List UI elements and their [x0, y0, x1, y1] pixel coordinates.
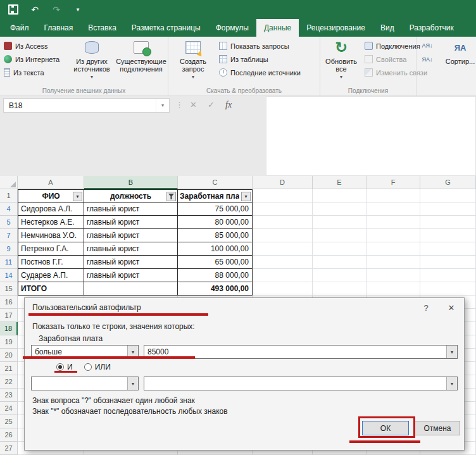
row-header-14[interactable]: 14 — [0, 269, 18, 282]
cell-b11[interactable]: главный юрист — [84, 256, 178, 269]
filter-dropdown-button[interactable]: ▾ — [73, 192, 82, 201]
cell-d15[interactable] — [253, 282, 313, 296]
cell-g15[interactable] — [420, 282, 476, 296]
cell-f11[interactable] — [366, 256, 420, 269]
tab-page-layout[interactable]: Разметка страницы — [124, 19, 208, 37]
tab-developer[interactable]: Разработчик — [402, 19, 461, 37]
cell-b5[interactable]: главный юрист — [84, 216, 178, 229]
cell-c7[interactable]: 85 000,00 — [178, 229, 253, 242]
formula-input[interactable] — [266, 96, 476, 176]
sort-button[interactable]: ЯА Сортир... — [438, 39, 476, 84]
tab-data[interactable]: Данные — [256, 19, 299, 37]
cell-d11[interactable] — [253, 256, 313, 269]
cell-a5[interactable]: Нестерков А.Е. — [18, 216, 84, 229]
sort-descending-button[interactable]: ЯА↓ — [419, 53, 435, 65]
row-header-26[interactable]: 26 — [0, 428, 18, 442]
tab-view[interactable]: Вид — [373, 19, 402, 37]
column-header-a[interactable]: A — [18, 176, 84, 189]
row-header-9[interactable]: 9 — [0, 242, 18, 256]
cell-f4[interactable] — [366, 203, 420, 216]
column-header-d[interactable]: D — [253, 176, 313, 189]
cell-g11[interactable] — [420, 256, 476, 269]
sort-ascending-button[interactable]: АЯ↓ — [419, 39, 435, 51]
formula-bar-splitter-icon[interactable]: ⋮ — [175, 100, 184, 109]
cell-f9[interactable] — [366, 242, 420, 256]
cell-f5[interactable] — [366, 216, 420, 229]
cell-f7[interactable] — [366, 229, 420, 242]
cell-c4[interactable]: 75 000,00 — [178, 203, 253, 216]
name-box[interactable]: B18 ▾ — [3, 98, 170, 113]
cell-e7[interactable] — [313, 229, 366, 242]
column-header-g[interactable]: G — [420, 176, 476, 189]
operator2-dropdown-icon[interactable]: ▾ — [127, 377, 138, 390]
cell-c14[interactable]: 88 000,00 — [178, 269, 253, 282]
row-header-20[interactable]: 20 — [0, 349, 18, 362]
cell-e15[interactable] — [313, 282, 366, 296]
cell-e11[interactable] — [313, 256, 366, 269]
cell-d9[interactable] — [253, 242, 313, 256]
row-header-23[interactable]: 23 — [0, 389, 18, 402]
cell-d7[interactable] — [253, 229, 313, 242]
row-header-25[interactable]: 25 — [0, 415, 18, 428]
tab-formulas[interactable]: Формулы — [208, 19, 256, 37]
cell-c11[interactable]: 65 000,00 — [178, 256, 253, 269]
new-query-button[interactable]: Создать запрос ▾ — [172, 39, 214, 84]
cell-a1[interactable]: ФИО▾ — [18, 189, 84, 203]
refresh-all-button[interactable]: ↻ Обновить все ▾ — [322, 39, 361, 84]
dialog-close-button[interactable]: ✕ — [439, 298, 464, 317]
existing-connections-button[interactable]: Существующие подключения — [115, 39, 167, 84]
row-header-5[interactable]: 5 — [0, 216, 18, 229]
dialog-help-button[interactable]: ? — [413, 298, 439, 317]
cell-e5[interactable] — [313, 216, 366, 229]
row-header-24[interactable]: 24 — [0, 402, 18, 415]
row-header-1[interactable]: 1 — [0, 189, 18, 203]
undo-button[interactable]: ↶ — [29, 4, 41, 15]
enter-entry-icon[interactable]: ✓ — [208, 100, 215, 109]
cell-e9[interactable] — [313, 242, 366, 256]
filter-active-button[interactable] — [166, 192, 176, 201]
row-header-17[interactable]: 17 — [0, 309, 18, 322]
row-header-27[interactable]: 27 — [0, 442, 18, 455]
cancel-entry-icon[interactable]: ✕ — [190, 100, 197, 109]
cancel-button[interactable]: Отмена — [415, 421, 460, 435]
from-text-button[interactable]: Из текста — [1, 66, 62, 79]
cell-d1[interactable] — [253, 189, 313, 203]
cell-g1[interactable] — [420, 189, 476, 203]
show-queries-button[interactable]: Показать запросы — [216, 39, 303, 53]
cell-e14[interactable] — [313, 269, 366, 282]
cell-d4[interactable] — [253, 203, 313, 216]
row-header-22[interactable]: 22 — [0, 375, 18, 389]
column-header-c[interactable]: C — [178, 176, 253, 189]
row-header-21[interactable]: 21 — [0, 362, 18, 375]
cell-a14[interactable]: Сударев А.П. — [18, 269, 84, 282]
name-box-dropdown-icon[interactable]: ▾ — [156, 99, 169, 112]
cell-g14[interactable] — [420, 269, 476, 282]
from-access-button[interactable]: Из Access — [1, 39, 62, 53]
cell-e4[interactable] — [313, 203, 366, 216]
tab-home[interactable]: Главная — [37, 19, 81, 37]
recent-sources-button[interactable]: Последние источники — [216, 66, 303, 79]
from-web-button[interactable]: Из Интернета — [1, 53, 62, 66]
from-table-button[interactable]: Из таблицы — [216, 53, 303, 66]
cell-d5[interactable] — [253, 216, 313, 229]
tab-review[interactable]: Рецензирование — [299, 19, 373, 37]
cell-b1[interactable]: должность — [84, 189, 178, 203]
cell-a9[interactable]: Петренко Г.А. — [18, 242, 84, 256]
cell-c9[interactable]: 100 000,00 — [178, 242, 253, 256]
row-header-7[interactable]: 7 — [0, 229, 18, 242]
redo-button[interactable]: ↷ — [51, 4, 62, 15]
cell-e1[interactable] — [313, 189, 366, 203]
operator2-select[interactable]: ▾ — [31, 377, 139, 390]
other-sources-button[interactable]: Из других источников ▾ — [70, 39, 114, 84]
cell-d14[interactable] — [253, 269, 313, 282]
insert-function-icon[interactable]: fx — [225, 100, 232, 110]
cell-a7[interactable]: Немчинова У.О. — [18, 229, 84, 242]
radio-and[interactable]: И — [56, 363, 73, 371]
cell-a4[interactable]: Сидорова А.Л. — [18, 203, 84, 216]
value2-dropdown-icon[interactable]: ▾ — [446, 377, 457, 390]
cell-f1[interactable] — [366, 189, 420, 203]
cell-c5[interactable]: 80 000,00 — [178, 216, 253, 229]
radio-or[interactable]: ИЛИ — [84, 363, 111, 371]
row-header-11[interactable]: 11 — [0, 256, 18, 269]
value1-dropdown-icon[interactable]: ▾ — [446, 346, 457, 358]
